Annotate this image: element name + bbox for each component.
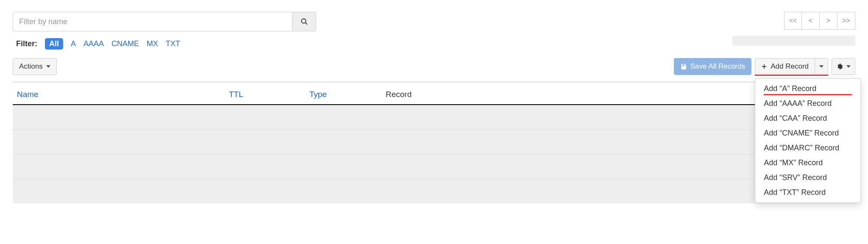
filter-a-link[interactable]: A — [71, 39, 76, 48]
search-input-group — [13, 12, 316, 31]
save-all-label: Save All Records — [690, 62, 745, 71]
results-count-bar — [732, 36, 855, 46]
add-record-menu-item[interactable]: Add “CAA” Record — [755, 111, 860, 126]
highlight-underline — [755, 75, 828, 76]
add-record-menu-item[interactable]: Add “A” Record — [755, 81, 860, 96]
search-button[interactable] — [292, 12, 316, 31]
svg-point-0 — [301, 19, 306, 23]
add-record-menu-item[interactable]: Add “AAAA” Record — [755, 96, 860, 111]
svg-line-1 — [305, 22, 307, 24]
add-record-menu-item[interactable]: Add “DMARC” Record — [755, 141, 860, 155]
actions-label: Actions — [19, 62, 43, 71]
add-record-menu-item[interactable]: Add “TXT” Record — [755, 185, 860, 200]
add-record-button[interactable]: Add Record — [755, 58, 815, 75]
column-ttl[interactable]: TTL — [225, 86, 305, 105]
table-row — [13, 105, 855, 130]
toolbar-divider — [13, 82, 855, 82]
add-record-menu-item[interactable]: Add “CNAME” Record — [755, 126, 860, 141]
add-record-menu-item[interactable]: Add “MX” Record — [755, 155, 860, 170]
dns-records-table: Name TTL Type Record Actions — [13, 86, 855, 203]
table-body: Delete — [13, 105, 855, 203]
column-name[interactable]: Name — [13, 86, 225, 105]
filter-label: Filter: — [16, 39, 37, 48]
filter-mx-link[interactable]: MX — [147, 39, 158, 48]
table-row: Delete — [13, 179, 855, 203]
filter-txt-link[interactable]: TXT — [166, 39, 180, 48]
settings-button[interactable] — [832, 58, 855, 75]
caret-down-icon — [46, 65, 50, 68]
page-last-button[interactable]: >> — [837, 12, 855, 30]
caret-down-icon — [846, 65, 851, 68]
add-record-dropdown-menu: Add “A” RecordAdd “AAAA” RecordAdd “CAA”… — [755, 78, 861, 203]
add-record-menu-item[interactable]: Add “SRV” Record — [755, 170, 860, 185]
plus-icon — [761, 64, 767, 69]
filter-by-name-input[interactable] — [13, 12, 292, 31]
gear-icon — [836, 63, 843, 70]
page-first-button[interactable]: << — [784, 12, 802, 30]
table-row — [13, 130, 855, 154]
page-prev-button[interactable]: < — [802, 12, 820, 30]
search-icon — [300, 18, 308, 25]
add-record-split-button: Add Record Add “A” RecordAdd “AAAA” Reco… — [755, 58, 828, 75]
filter-cname-link[interactable]: CNAME — [111, 39, 139, 48]
table-row — [13, 154, 855, 179]
pagination-controls: << < > >> — [784, 12, 855, 30]
save-all-records-button[interactable]: Save All Records — [674, 58, 751, 75]
caret-down-icon — [819, 65, 823, 68]
bulk-actions-button[interactable]: Actions — [13, 58, 57, 75]
column-type[interactable]: Type — [305, 86, 381, 105]
add-record-label: Add Record — [771, 62, 809, 71]
save-icon — [680, 63, 687, 70]
filter-aaaa-link[interactable]: AAAA — [83, 39, 104, 48]
toolbar-right-group: Save All Records Add Record Add “A” Reco… — [674, 58, 855, 75]
page-next-button[interactable]: > — [820, 12, 837, 30]
filter-all-badge[interactable]: All — [45, 38, 63, 50]
column-record: Record — [381, 86, 694, 105]
type-filter-row: Filter: All A AAAA CNAME MX TXT — [13, 36, 855, 55]
add-record-dropdown-toggle[interactable] — [815, 58, 828, 75]
actions-toolbar: Actions Save All Records Add Recor — [13, 55, 855, 78]
search-and-pagination-row: << < > >> — [13, 12, 855, 31]
